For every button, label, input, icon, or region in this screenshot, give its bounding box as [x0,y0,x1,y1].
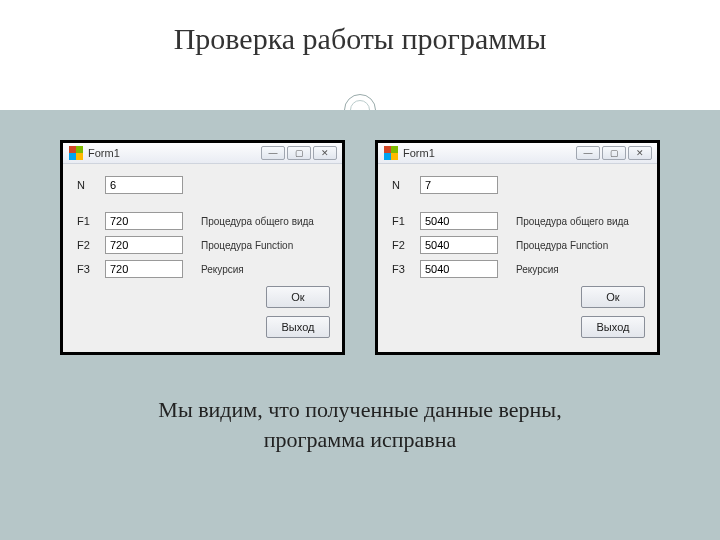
maximize-button[interactable]: ▢ [287,146,311,160]
input-n[interactable] [420,176,498,194]
app-window-2: Form1 — ▢ ✕ N F1 П [375,140,660,355]
row-f1: F1 Процедура общего вида [77,212,330,230]
minimize-icon: — [584,149,593,158]
body-region: Form1 — ▢ ✕ N F1 П [0,110,720,540]
label-n: N [77,179,105,191]
desc-f2: Процедура Function [516,240,608,251]
caption: Мы видим, что полученные данные верны, п… [0,395,720,454]
row-f2: F2 Процедура Function [77,236,330,254]
label-f1: F1 [77,215,105,227]
row-f3: F3 Рекурсия [77,260,330,278]
button-row-ok: Ок [392,286,645,308]
ok-button[interactable]: Ок [581,286,645,308]
caption-line-1: Мы видим, что полученные данные верны, [158,397,561,422]
window-title: Form1 [88,147,120,159]
caption-line-2: программа исправна [264,427,457,452]
label-f1: F1 [392,215,420,227]
window-title: Form1 [403,147,435,159]
desc-f3: Рекурсия [201,264,244,275]
button-row-exit: Выход [392,316,645,338]
label-f2: F2 [392,239,420,251]
forms-row: Form1 — ▢ ✕ N F1 П [0,140,720,355]
row-n: N [392,176,645,194]
row-f3: F3 Рекурсия [392,260,645,278]
app-icon [69,146,83,160]
label-n: N [392,179,420,191]
maximize-button[interactable]: ▢ [602,146,626,160]
row-f2: F2 Процедура Function [392,236,645,254]
titlebar: Form1 — ▢ ✕ [378,143,657,164]
input-f2[interactable] [420,236,498,254]
close-icon: ✕ [636,149,644,158]
titlebar: Form1 — ▢ ✕ [63,143,342,164]
slide-title: Проверка работы программы [0,22,720,56]
input-f1[interactable] [420,212,498,230]
close-button[interactable]: ✕ [628,146,652,160]
input-f3[interactable] [420,260,498,278]
titlebar-controls: — ▢ ✕ [261,146,337,160]
desc-f3: Рекурсия [516,264,559,275]
titlebar-left: Form1 [384,146,435,160]
button-row-exit: Выход [77,316,330,338]
row-n: N [77,176,330,194]
client-area: N F1 Процедура общего вида F2 Процедура … [378,164,657,352]
input-f3[interactable] [105,260,183,278]
app-icon [384,146,398,160]
minimize-button[interactable]: — [576,146,600,160]
titlebar-left: Form1 [69,146,120,160]
slide: Проверка работы программы Form1 — ▢ [0,0,720,540]
label-f2: F2 [77,239,105,251]
desc-f2: Процедура Function [201,240,293,251]
maximize-icon: ▢ [295,149,304,158]
desc-f1: Процедура общего вида [516,216,629,227]
input-f2[interactable] [105,236,183,254]
button-row-ok: Ок [77,286,330,308]
input-n[interactable] [105,176,183,194]
close-button[interactable]: ✕ [313,146,337,160]
exit-button[interactable]: Выход [581,316,645,338]
minimize-icon: — [269,149,278,158]
app-window-1: Form1 — ▢ ✕ N F1 П [60,140,345,355]
desc-f1: Процедура общего вида [201,216,314,227]
row-f1: F1 Процедура общего вида [392,212,645,230]
label-f3: F3 [77,263,105,275]
label-f3: F3 [392,263,420,275]
ok-button[interactable]: Ок [266,286,330,308]
exit-button[interactable]: Выход [266,316,330,338]
titlebar-controls: — ▢ ✕ [576,146,652,160]
minimize-button[interactable]: — [261,146,285,160]
close-icon: ✕ [321,149,329,158]
input-f1[interactable] [105,212,183,230]
client-area: N F1 Процедура общего вида F2 Процедура … [63,164,342,352]
maximize-icon: ▢ [610,149,619,158]
